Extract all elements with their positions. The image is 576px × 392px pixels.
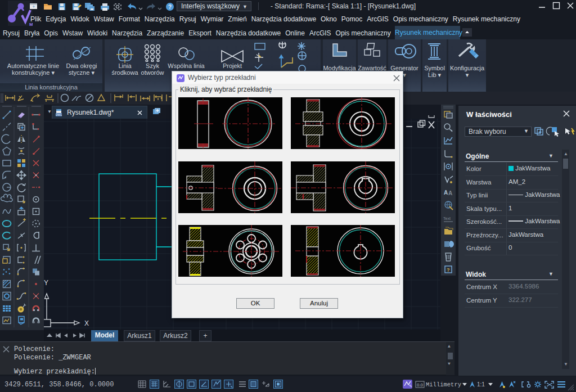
svg-text:A: A [448,190,452,196]
svg-text:Y: Y [44,279,48,287]
svg-text:A: A [444,190,448,196]
svg-text:?: ? [168,4,172,10]
svg-text:1:1: 1:1 [477,381,485,388]
svg-text:Millimetry: Millimetry [426,381,461,388]
svg-text:0.0: 0.0 [417,382,424,388]
svg-text:Text: Text [443,217,451,220]
svg-text:+: + [32,4,35,10]
svg-text:✎: ✎ [409,384,412,388]
svg-text:?: ? [447,267,450,273]
svg-text:X: X [84,319,89,327]
svg-text:DWG: DWG [56,114,62,116]
